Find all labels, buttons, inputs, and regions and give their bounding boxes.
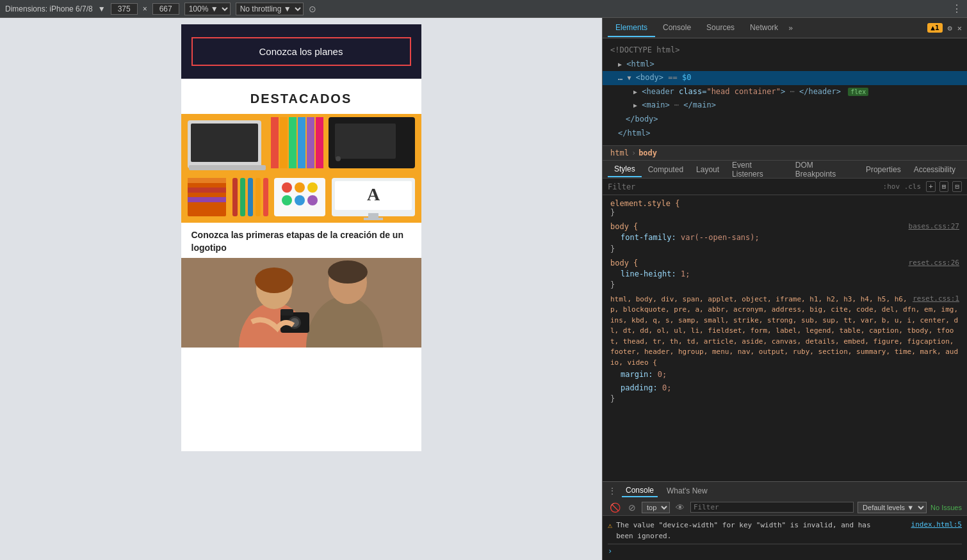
no-issues-button[interactable]: No Issues — [930, 504, 962, 511]
add-style-rule-icon[interactable]: + — [926, 181, 936, 192]
breadcrumb-html[interactable]: html — [610, 148, 629, 157]
svg-rect-15 — [188, 188, 226, 193]
plans-button[interactable]: Conozca los planes — [191, 37, 411, 66]
close-devtools-icon[interactable]: ✕ — [957, 24, 962, 33]
clear-console-button[interactable]: 🚫 — [608, 502, 622, 513]
style-tab-properties[interactable]: Properties — [859, 163, 907, 177]
levels-select[interactable]: Default levels ▼ — [857, 502, 927, 513]
console-filter-input[interactable] — [690, 502, 854, 513]
body-line[interactable]: … ▼ <body> == $0 — [603, 71, 967, 85]
style-tab-event-listeners[interactable]: Event Listeners — [726, 158, 789, 181]
breadcrumb-body[interactable]: body — [638, 148, 657, 157]
force-element-state-icon[interactable]: ⊟ — [952, 181, 962, 192]
phone-frame: Conozca los planes DESTACADOS — [181, 24, 421, 451]
eye-icon-button[interactable]: 👁 — [674, 502, 687, 513]
devtools-icons-right: ▲1 ⚙ ✕ — [927, 23, 962, 33]
svg-rect-6 — [289, 117, 297, 168]
svg-rect-18 — [240, 178, 245, 216]
warning-text: The value "device-width" for key "width"… — [616, 520, 907, 541]
css-brace-close: } — [610, 208, 615, 217]
svg-text:A: A — [366, 184, 380, 204]
top-context-select[interactable]: top — [642, 502, 670, 513]
toggle-element-classes-icon[interactable]: ⊞ — [939, 181, 949, 192]
warning-triangle-icon: ⚠ — [608, 521, 612, 530]
filter-console-button[interactable]: ⊘ — [626, 502, 638, 513]
svg-rect-3 — [189, 165, 266, 170]
style-tab-layout[interactable]: Layout — [690, 163, 726, 177]
tab-more[interactable]: » — [786, 20, 795, 36]
warning-badge[interactable]: ▲1 — [927, 23, 942, 33]
style-tab-styles[interactable]: Styles — [608, 162, 642, 177]
style-tab-dom-breakpoints[interactable]: DOM Breakpoints — [789, 158, 859, 181]
css-prop-font-family: font-family: var(--open-sans); — [610, 231, 959, 244]
style-tabs: Styles Computed Layout Event Listeners D… — [603, 161, 967, 179]
drawer-more-icon[interactable]: ⋮ — [608, 486, 617, 496]
article-caption: Conozca las primeras etapas de la creaci… — [181, 223, 421, 258]
phone-content: DESTACADOS — [181, 79, 421, 348]
sensor-icon[interactable]: ⊙ — [309, 4, 316, 14]
css-rule-element-style: element.style { } — [610, 199, 959, 217]
style-tab-computed[interactable]: Computed — [642, 163, 690, 177]
css-brace-close-3: } — [610, 280, 959, 289]
breadcrumb-separator: › — [631, 148, 636, 157]
header-line[interactable]: ▶ <header class="head container"> ⋯ </he… — [610, 85, 959, 99]
top-toolbar: Dimensions: iPhone 6/7/8 ▼ × 100% ▼ No t… — [0, 0, 967, 18]
height-input[interactable] — [152, 3, 179, 15]
tab-elements[interactable]: Elements — [608, 19, 655, 37]
html-close-line: </html> — [610, 127, 959, 141]
devtools-panel: Elements Console Sources Network » ▲1 ⚙ … — [602, 18, 967, 560]
console-tab-whats-new[interactable]: What's New — [663, 485, 711, 497]
css-rule-body-font: body { bases.css:27 font-family: var(--o… — [610, 222, 959, 253]
art-supplies-svg: A — [181, 114, 421, 223]
svg-rect-20 — [256, 178, 261, 216]
css-selector-body-2: body { — [610, 259, 638, 268]
html-open-line[interactable]: ▶ <html> — [610, 58, 959, 72]
warning-source-link[interactable]: index.html:5 — [911, 520, 962, 529]
css-prop-margin: margin: 0; — [610, 368, 959, 381]
main-layout: Conozca los planes DESTACADOS — [0, 18, 967, 560]
svg-point-24 — [295, 182, 305, 193]
tab-sources[interactable]: Sources — [699, 19, 742, 37]
svg-rect-16 — [188, 197, 226, 202]
styles-content: element.style { } body { bases.css:27 fo… — [603, 195, 967, 481]
svg-rect-17 — [232, 178, 238, 216]
svg-rect-33 — [364, 218, 383, 220]
filter-bar: :hov .cls + ⊞ ⊟ — [603, 179, 967, 195]
css-source-reset-26[interactable]: reset.css:26 — [909, 259, 959, 267]
more-options-icon[interactable]: ⋮ — [952, 3, 962, 15]
style-tab-accessibility[interactable]: Accessibility — [907, 163, 962, 177]
css-brace-close-2: } — [610, 244, 959, 253]
svg-point-26 — [282, 195, 292, 205]
filter-input[interactable] — [608, 182, 878, 191]
svg-rect-11 — [335, 124, 396, 159]
svg-rect-7 — [298, 117, 305, 168]
zoom-select[interactable]: 100% ▼ — [184, 3, 231, 15]
devtools-tabs: Elements Console Sources Network » ▲1 ⚙ … — [603, 18, 967, 38]
throttle-select[interactable]: No throttling ▼ — [236, 3, 304, 15]
svg-rect-19 — [248, 178, 253, 216]
second-image — [181, 258, 421, 348]
filter-icons: + ⊞ ⊟ — [926, 181, 962, 192]
css-source-reset-1[interactable]: reset.css:1 — [913, 294, 959, 303]
device-arrow[interactable]: ▼ — [98, 4, 106, 13]
html-tree: <!DOCTYPE html> ▶ <html> … ▼ <body> == $… — [603, 38, 967, 146]
console-prompt: › — [608, 544, 962, 557]
filter-hint: :hov .cls — [883, 182, 922, 191]
settings-icon[interactable]: ⚙ — [948, 24, 952, 33]
svg-point-23 — [282, 182, 292, 193]
tab-network[interactable]: Network — [742, 19, 786, 37]
console-messages: ⚠ The value "device-width" for key "widt… — [603, 516, 967, 560]
tab-console[interactable]: Console — [655, 19, 699, 37]
css-rule-reset-long: reset.css:1 html, body, div, span, apple… — [610, 294, 959, 403]
main-line[interactable]: ▶ <main> ⋯ </main> — [610, 99, 959, 113]
svg-rect-4 — [271, 117, 279, 168]
width-input[interactable] — [111, 3, 138, 15]
console-tab-console[interactable]: Console — [622, 484, 658, 497]
featured-image: A — [181, 114, 421, 223]
console-warning-message: ⚠ The value "device-width" for key "widt… — [608, 518, 962, 544]
css-source-bases[interactable]: bases.css:27 — [909, 222, 959, 230]
device-label: Dimensions: iPhone 6/7/8 — [5, 4, 93, 13]
phone-header: Conozca los planes — [181, 24, 421, 79]
svg-rect-32 — [368, 213, 378, 218]
svg-rect-14 — [188, 178, 226, 183]
